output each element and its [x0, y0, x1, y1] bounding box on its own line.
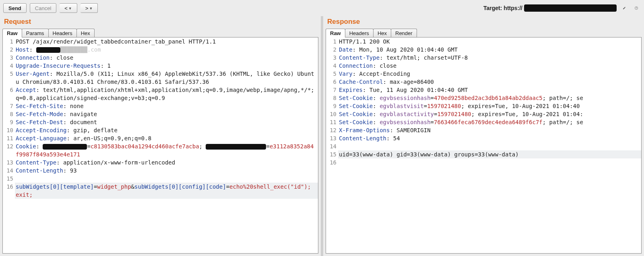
forward-button[interactable]: >▼ [80, 3, 98, 13]
split-container: Request Raw Params Headers Hex 1POST /aj… [0, 16, 644, 256]
response-pane: Response Raw Headers Hex Render 1HTTP/1.… [323, 16, 644, 256]
tab-hex[interactable]: Hex [76, 29, 95, 37]
request-tabs: Raw Params Headers Hex [0, 28, 321, 37]
send-button[interactable]: Send [3, 3, 27, 13]
tab-hex[interactable]: Hex [373, 29, 391, 37]
tab-raw[interactable]: Raw [2, 29, 22, 37]
response-tabs: Raw Headers Hex Render [323, 28, 644, 37]
toolbar: Send Cancel <▼ >▼ Target: https:// ? [0, 0, 644, 16]
response-title: Response [323, 16, 644, 28]
history-fwd-group: >▼ [80, 3, 98, 13]
help-icon[interactable]: ? [632, 4, 641, 12]
request-title: Request [0, 16, 321, 28]
request-pane: Request Raw Params Headers Hex 1POST /aj… [0, 16, 321, 256]
tab-params[interactable]: Params [22, 29, 49, 37]
cancel-button[interactable]: Cancel [30, 3, 56, 13]
history-back-group: <▼ [60, 3, 77, 13]
target-label: Target: https:// [483, 4, 617, 12]
response-editor[interactable]: 1HTTP/1.1 200 OK 2Date: Mon, 10 Aug 2020… [326, 37, 642, 254]
edit-target-icon[interactable] [620, 4, 629, 12]
tab-headers[interactable]: Headers [48, 29, 77, 37]
svg-text:?: ? [636, 7, 637, 9]
tab-render[interactable]: Render [391, 29, 417, 37]
tab-headers[interactable]: Headers [345, 29, 374, 37]
target-redacted [524, 4, 617, 12]
back-button[interactable]: <▼ [60, 3, 77, 13]
tab-raw[interactable]: Raw [326, 29, 345, 37]
request-editor[interactable]: 1POST /ajax/render/widget_tabbedcontaine… [2, 37, 318, 254]
